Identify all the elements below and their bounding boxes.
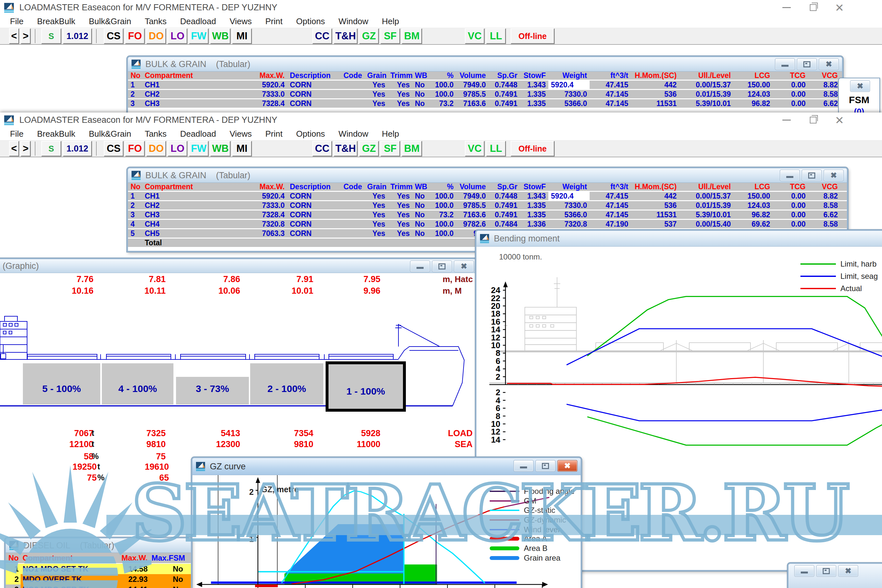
menu-item-views[interactable]: Views: [223, 16, 258, 26]
toolbar-button-1012[interactable]: 1.012: [63, 28, 92, 44]
toolbar-button-cs[interactable]: CS: [104, 141, 123, 156]
column-header[interactable]: Description: [287, 72, 340, 80]
restore-button[interactable]: [805, 1, 821, 14]
column-header[interactable]: Volume: [456, 183, 488, 191]
toolbar-button-offline[interactable]: Off-line: [511, 28, 555, 44]
close-button[interactable]: [838, 565, 858, 577]
cargo-hold-2[interactable]: 2 - 100%: [250, 363, 323, 405]
toolbar-button-s[interactable]: S: [41, 28, 61, 44]
table-row[interactable]: 3CH37328.4CORNYesYesNo73.27163.60.74911.…: [128, 210, 847, 220]
column-header[interactable]: Description: [287, 183, 340, 191]
menu-item-views[interactable]: Views: [223, 129, 258, 139]
toolbar-button-sf[interactable]: SF: [380, 141, 400, 156]
selected-cell[interactable]: 5920.4: [548, 81, 590, 89]
menu-item-window[interactable]: Window: [332, 129, 375, 139]
menu-item-breakbulk[interactable]: BreakBulk: [30, 16, 82, 26]
toolbar-button-bm[interactable]: BM: [402, 141, 422, 156]
column-header[interactable]: Weight: [548, 183, 590, 191]
close-button[interactable]: [831, 114, 848, 127]
titlebar[interactable]: LOADMASTER Easeacon for M/V FORMENTERA -…: [0, 112, 882, 128]
restore-button[interactable]: [816, 565, 836, 577]
bending-titlebar[interactable]: Bending moment: [477, 231, 882, 247]
toolbar-button-bm[interactable]: BM: [402, 28, 422, 44]
cargo-hold-3[interactable]: 3 - 73%: [176, 363, 249, 405]
toolbar-button-1012[interactable]: 1.012: [63, 141, 92, 156]
column-header[interactable]: VCG: [808, 72, 840, 80]
close-button[interactable]: [824, 170, 844, 181]
menu-item-file[interactable]: File: [3, 16, 30, 26]
close-button[interactable]: [831, 1, 848, 14]
close-button[interactable]: [454, 261, 474, 272]
column-header[interactable]: Sp.Gr: [488, 183, 520, 191]
menu-item-options[interactable]: Options: [290, 16, 332, 26]
restore-button[interactable]: [805, 114, 821, 127]
menu-item-print[interactable]: Print: [258, 16, 289, 26]
menu-item-deadload[interactable]: Deadload: [173, 16, 223, 26]
column-header[interactable]: Max.W.: [239, 183, 287, 191]
toolbar-button-fo[interactable]: FO: [125, 141, 145, 156]
cargo-hold-5[interactable]: 5 - 100%: [23, 363, 100, 405]
menu-item-help[interactable]: Help: [375, 129, 406, 139]
minimize-button[interactable]: [794, 565, 814, 577]
menu-item-file[interactable]: File: [3, 129, 30, 139]
column-header[interactable]: Code: [340, 183, 364, 191]
menu-item-bulkgrain[interactable]: Bulk&Grain: [82, 129, 138, 139]
column-header[interactable]: %: [431, 72, 456, 80]
column-header[interactable]: Code: [340, 72, 364, 80]
toolbar-button-do[interactable]: DO: [146, 28, 166, 44]
menu-item-print[interactable]: Print: [258, 129, 289, 139]
toolbar-button-[interactable]: <: [9, 141, 19, 156]
column-header[interactable]: ft^3/t: [590, 72, 631, 80]
toolbar-button-lo[interactable]: LO: [168, 141, 187, 156]
minimize-button[interactable]: [778, 1, 795, 14]
column-header[interactable]: Max.W.: [239, 72, 287, 80]
toolbar-button-vc[interactable]: VC: [465, 28, 484, 44]
toolbar-button-fw[interactable]: FW: [189, 141, 208, 156]
column-header[interactable]: No: [128, 72, 142, 80]
selected-cell[interactable]: 5920.4: [548, 192, 590, 200]
cargo-hold-4[interactable]: 4 - 100%: [102, 363, 173, 405]
column-header[interactable]: No: [128, 183, 142, 191]
table-row[interactable]: 3CH37328.4CORNYesYesNo73.27163.60.74911.…: [128, 99, 842, 109]
toolbar-button-gz[interactable]: GZ: [359, 28, 379, 44]
menu-item-deadload[interactable]: Deadload: [173, 129, 223, 139]
toolbar-button-th[interactable]: T&H: [334, 141, 357, 156]
titlebar[interactable]: LOADMASTER Easeacon for M/V FORMENTERA -…: [0, 0, 882, 15]
toolbar-button-offline[interactable]: Off-line: [511, 141, 555, 156]
table-row[interactable]: 1CH15920.4CORNYesYesNo100.07949.00.74481…: [128, 192, 847, 201]
restore-button[interactable]: [802, 170, 822, 181]
column-header[interactable]: Grain: [364, 183, 388, 191]
toolbar-button-vc[interactable]: VC: [465, 141, 484, 156]
toolbar-button-mi[interactable]: MI: [232, 141, 252, 156]
column-header[interactable]: ft^3/t: [590, 183, 631, 191]
toolbar-button-cc[interactable]: CC: [312, 141, 332, 156]
menu-item-breakbulk[interactable]: BreakBulk: [30, 129, 82, 139]
minimize-button[interactable]: [775, 58, 795, 70]
toolbar-button-fo[interactable]: FO: [125, 28, 145, 44]
minimize-button[interactable]: [778, 114, 795, 127]
menu-item-tanks[interactable]: Tanks: [138, 129, 173, 139]
column-header[interactable]: Ull./Level: [679, 183, 734, 191]
column-header[interactable]: Grain: [364, 72, 388, 80]
close-icon[interactable]: [850, 80, 870, 92]
toolbar-button-gz[interactable]: GZ: [359, 141, 379, 156]
column-header[interactable]: %: [431, 183, 456, 191]
column-header[interactable]: StowF: [520, 183, 548, 191]
toolbar-button-th[interactable]: T&H: [334, 28, 357, 44]
column-header[interactable]: Ull./Level: [679, 72, 734, 80]
column-header[interactable]: VCG: [808, 183, 840, 191]
menu-item-options[interactable]: Options: [290, 129, 332, 139]
column-header[interactable]: H.Mom.(SC): [631, 72, 679, 80]
toolbar-button-do[interactable]: DO: [146, 141, 166, 156]
table-row[interactable]: 2CH27333.0CORNYesYesNo100.09785.50.74911…: [128, 201, 847, 210]
partial-window-titlebar[interactable]: [789, 564, 882, 588]
column-header[interactable]: LCG: [734, 72, 773, 80]
toolbar-button-lo[interactable]: LO: [168, 28, 187, 44]
toolbar-button-cs[interactable]: CS: [104, 28, 123, 44]
graphic-titlebar[interactable]: (Graphic): [0, 259, 477, 273]
toolbar-button-wb[interactable]: WB: [210, 28, 231, 44]
bulk-grain-titlebar[interactable]: BULK & GRAIN(Tabular): [128, 57, 842, 72]
column-header[interactable]: Compartment: [142, 183, 239, 191]
column-header[interactable]: Sp.Gr: [488, 72, 520, 80]
toolbar-button-[interactable]: >: [21, 141, 31, 156]
